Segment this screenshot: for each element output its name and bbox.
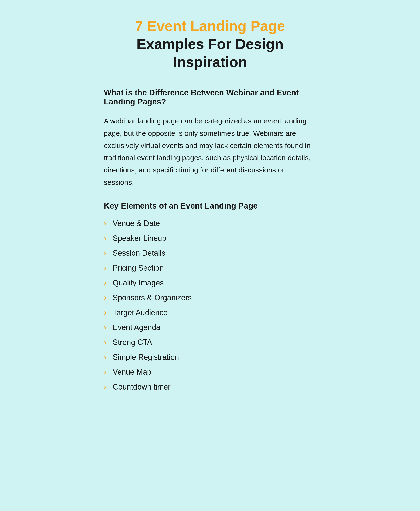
title-highlight: 7 Event Landing Page [135,18,285,34]
list-item: ›Speaker Lineup [104,234,316,243]
list-item: ›Sponsors & Organizers [104,293,316,302]
section1-heading: What is the Difference Between Webinar a… [104,88,316,106]
list-item-text: Sponsors & Organizers [113,293,192,302]
chevron-icon: › [104,220,106,227]
key-elements-list: ›Venue & Date›Speaker Lineup›Session Det… [104,219,316,392]
chevron-icon: › [104,249,106,257]
list-item: ›Strong CTA [104,338,316,347]
list-item: ›Event Agenda [104,323,316,332]
chevron-icon: › [104,353,106,361]
list-item-text: Strong CTA [113,338,152,347]
chevron-icon: › [104,264,106,272]
list-item-text: Quality Images [113,278,164,287]
list-item-text: Event Agenda [113,323,160,332]
chevron-icon: › [104,368,106,376]
list-item-text: Venue & Date [113,219,160,228]
title-normal: Examples For Design Inspiration [137,36,284,70]
list-item: ›Session Details [104,249,316,258]
list-item-text: Countdown timer [113,383,171,392]
list-item: ›Venue Map [104,368,316,377]
page-container: 7 Event Landing Page Examples For Design… [104,17,316,392]
chevron-icon: › [104,294,106,302]
list-item: ›Pricing Section [104,264,316,273]
list-item: ›Venue & Date [104,219,316,228]
list-item-text: Pricing Section [113,264,164,273]
section2-heading: Key Elements of an Event Landing Page [104,201,316,210]
list-item-text: Venue Map [113,368,151,377]
list-item-text: Target Audience [113,308,168,317]
chevron-icon: › [104,383,106,391]
list-item: ›Countdown timer [104,383,316,392]
list-item-text: Simple Registration [113,353,179,362]
chevron-icon: › [104,324,106,331]
main-title: 7 Event Landing Page Examples For Design… [104,17,316,71]
list-item: ›Simple Registration [104,353,316,362]
list-item-text: Session Details [113,249,165,258]
list-item: ›Target Audience [104,308,316,317]
chevron-icon: › [104,235,106,242]
chevron-icon: › [104,309,106,317]
section1-body: A webinar landing page can be categorize… [104,115,316,189]
list-item-text: Speaker Lineup [113,234,166,243]
chevron-icon: › [104,339,106,346]
chevron-icon: › [104,279,106,287]
list-item: ›Quality Images [104,278,316,287]
